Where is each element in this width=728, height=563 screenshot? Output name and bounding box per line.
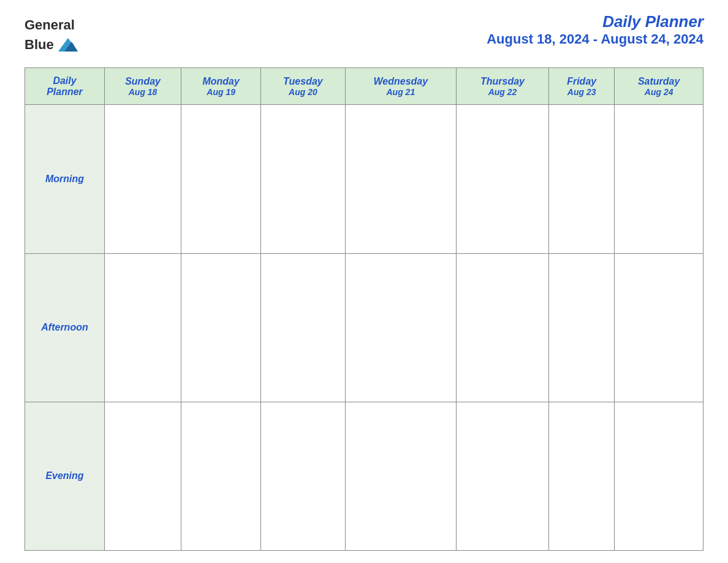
afternoon-tuesday[interactable] bbox=[261, 253, 346, 402]
page: General Blue Daily Planner August 18, 20… bbox=[0, 0, 728, 563]
morning-thursday[interactable] bbox=[456, 105, 548, 253]
morning-monday[interactable] bbox=[181, 105, 261, 253]
logo: General Blue bbox=[25, 17, 78, 56]
table-header-tuesday: Tuesday Aug 20 bbox=[261, 68, 346, 105]
evening-friday[interactable] bbox=[549, 402, 615, 550]
table-header-thursday: Thursday Aug 22 bbox=[456, 68, 548, 105]
date-range: August 18, 2024 - August 24, 2024 bbox=[487, 31, 703, 47]
morning-friday[interactable] bbox=[549, 105, 615, 253]
evening-saturday[interactable] bbox=[615, 402, 703, 550]
afternoon-label: Afternoon bbox=[41, 322, 88, 332]
table-header-sunday: Sunday Aug 18 bbox=[105, 68, 181, 105]
afternoon-thursday[interactable] bbox=[456, 253, 548, 402]
page-title: Daily Planner bbox=[487, 12, 703, 31]
morning-label-cell: Morning bbox=[25, 105, 105, 253]
evening-label-cell: Evening bbox=[25, 402, 105, 550]
evening-tuesday[interactable] bbox=[261, 402, 346, 550]
table-header-wednesday: Wednesday Aug 21 bbox=[345, 68, 456, 105]
evening-monday[interactable] bbox=[181, 402, 261, 550]
morning-label: Morning bbox=[45, 174, 84, 184]
logo-icon bbox=[56, 33, 78, 55]
table-header-label: Daily Planner bbox=[25, 68, 105, 105]
table-header-monday: Monday Aug 19 bbox=[181, 68, 261, 105]
evening-sunday[interactable] bbox=[105, 402, 181, 550]
morning-row: Morning bbox=[25, 105, 703, 253]
afternoon-friday[interactable] bbox=[549, 253, 615, 402]
morning-tuesday[interactable] bbox=[261, 105, 346, 253]
planner-table: Daily Planner Sunday Aug 18 Monday Aug 1… bbox=[25, 67, 703, 551]
table-header-saturday: Saturday Aug 24 bbox=[615, 68, 703, 105]
table-header-friday: Friday Aug 23 bbox=[549, 68, 615, 105]
logo-general: General bbox=[25, 17, 75, 33]
afternoon-label-cell: Afternoon bbox=[25, 253, 105, 402]
afternoon-sunday[interactable] bbox=[105, 253, 181, 402]
table-header-row: Daily Planner Sunday Aug 18 Monday Aug 1… bbox=[25, 68, 703, 105]
evening-label: Evening bbox=[45, 470, 83, 481]
afternoon-row: Afternoon bbox=[25, 253, 703, 402]
morning-saturday[interactable] bbox=[615, 105, 703, 253]
afternoon-wednesday[interactable] bbox=[345, 253, 456, 402]
afternoon-saturday[interactable] bbox=[615, 253, 703, 402]
morning-sunday[interactable] bbox=[105, 105, 181, 253]
afternoon-monday[interactable] bbox=[181, 253, 261, 402]
header: General Blue Daily Planner August 18, 20… bbox=[25, 12, 703, 56]
logo-blue-text: Blue bbox=[25, 37, 54, 53]
evening-row: Evening bbox=[25, 402, 703, 550]
evening-thursday[interactable] bbox=[456, 402, 548, 550]
morning-wednesday[interactable] bbox=[345, 105, 456, 253]
title-block: Daily Planner August 18, 2024 - August 2… bbox=[487, 12, 703, 47]
evening-wednesday[interactable] bbox=[345, 402, 456, 550]
